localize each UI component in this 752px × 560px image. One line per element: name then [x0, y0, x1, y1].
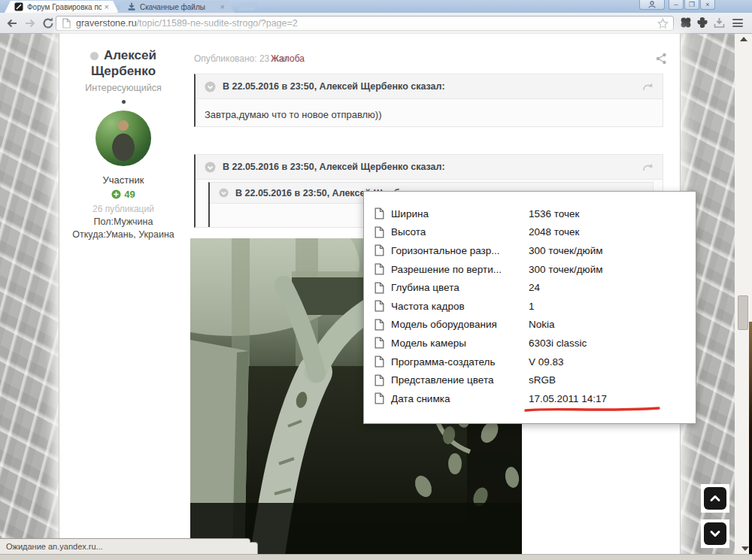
property-value: sRGB	[529, 374, 556, 386]
collapse-chevron-icon[interactable]	[205, 162, 216, 173]
bookmark-star-icon[interactable]	[657, 18, 669, 29]
chevron-down-icon	[708, 527, 722, 540]
browser-window: Форум Гравировка по кам × Скачанные файл…	[0, 0, 752, 560]
collapse-chevron-icon[interactable]	[205, 81, 216, 92]
property-doc-icon	[374, 356, 384, 368]
property-row: Ширина 1536 точек	[364, 204, 696, 223]
quote-attribution: В 22.05.2016 в 23:50, Алексей Щербенко с…	[223, 81, 445, 92]
property-row: Модель камеры 6303i classic	[364, 334, 696, 353]
property-doc-icon	[374, 263, 384, 275]
property-row: Горизонтальное разр... 300 точек/дюйм	[364, 241, 696, 260]
property-label: Представление цвета	[391, 374, 529, 386]
quote-header: В 22.05.2016 в 23:50, Алексей Щербенко с…	[196, 74, 663, 99]
download-tray-icon[interactable]	[713, 17, 726, 29]
tab-title: Форум Гравировка по кам	[27, 3, 102, 11]
property-doc-icon	[374, 374, 384, 386]
tab-close-icon[interactable]: ×	[220, 3, 225, 11]
property-label: Разрешение по верти...	[391, 264, 529, 275]
location: Откуда:Умань, Украина	[59, 229, 188, 240]
scrollbar-up-arrow[interactable]	[740, 37, 747, 41]
property-doc-icon	[374, 207, 384, 219]
status-dot-icon	[90, 52, 99, 60]
property-doc-icon	[374, 282, 384, 294]
red-underline	[523, 406, 662, 413]
property-row: Дата снимка 17.05.2011 14:17	[364, 389, 696, 408]
property-row: Программа-создатель V 09.83	[364, 353, 696, 371]
profile-avatar-button[interactable]	[639, 0, 665, 10]
gender: Пол:Мужчина	[59, 216, 188, 227]
property-doc-icon	[374, 392, 384, 404]
property-row: Разрешение по верти... 300 точек/дюйм	[364, 260, 696, 279]
close-button[interactable]: ×	[700, 0, 715, 10]
property-value: 24	[529, 282, 540, 293]
property-row: Глубина цвета 24	[364, 278, 696, 297]
collapse-chevron-icon[interactable]	[219, 188, 229, 198]
tab-strip: Форум Гравировка по кам × Скачанные файл…	[0, 0, 752, 13]
author-name[interactable]: АлексейЩербенко	[59, 47, 188, 79]
menu-icon[interactable]	[732, 19, 743, 27]
rank-pip-icon	[122, 100, 126, 104]
site-favicon	[14, 2, 23, 11]
forward-button[interactable]	[23, 17, 37, 30]
tab-downloads[interactable]: Скачанные файлы ×	[117, 1, 235, 13]
property-label: Модель камеры	[391, 338, 529, 349]
scroll-to-bottom-button[interactable]	[701, 519, 729, 548]
minimize-button[interactable]: –	[669, 0, 684, 10]
scroll-to-top-button[interactable]	[701, 484, 729, 513]
downloads-favicon	[127, 2, 136, 11]
extension-icon[interactable]	[680, 17, 692, 29]
avatar[interactable]	[96, 110, 151, 166]
extension-icon[interactable]	[696, 17, 708, 29]
property-doc-icon	[374, 226, 384, 238]
property-doc-icon	[374, 337, 384, 349]
goto-quote-arrow-icon[interactable]	[642, 82, 653, 91]
property-value: 6303i classic	[529, 338, 587, 349]
property-doc-icon	[374, 319, 384, 331]
property-row: Модель оборудования Nokia	[364, 316, 696, 334]
property-value: Nokia	[529, 319, 555, 330]
property-value: V 09.83	[529, 356, 564, 368]
close-icon: ×	[705, 2, 709, 8]
property-label: Частота кадров	[391, 301, 529, 312]
goto-quote-arrow-icon[interactable]	[642, 162, 653, 171]
member-group: Участник	[59, 174, 188, 186]
property-label: Глубина цвета	[391, 282, 529, 293]
property-row: Высота 2048 точек	[364, 223, 696, 242]
tab-forum[interactable]: Форум Гравировка по кам ×	[5, 1, 119, 13]
address-bar[interactable]: graverstone.ru/topic/11589-ne-sudite-str…	[56, 16, 674, 31]
property-value: 17.05.2011 14:17	[529, 393, 607, 404]
scrollbar-thumb[interactable]	[738, 295, 748, 330]
maximize-icon: ❐	[689, 2, 695, 8]
property-label: Программа-создатель	[391, 356, 529, 368]
status-bar: Ожидание an.yandex.ru...	[0, 538, 250, 554]
back-button[interactable]	[5, 17, 19, 30]
property-label: Ширина	[391, 208, 529, 219]
quote-header: В 22.05.2016 в 23:50, Алексей Щербенко с…	[196, 155, 663, 180]
page-icon	[62, 18, 71, 29]
report-link[interactable]: Жалоба	[271, 53, 305, 64]
person-icon	[647, 1, 657, 8]
tab-close-icon[interactable]: ×	[105, 3, 109, 11]
property-value: 1536 точек	[529, 208, 579, 219]
status-bar-nub	[250, 542, 258, 554]
property-value: 300 точек/дюйм	[529, 264, 603, 275]
maximize-button[interactable]: ❐	[684, 0, 699, 10]
property-label: Модель оборудования	[391, 319, 529, 330]
refresh-button[interactable]	[41, 17, 55, 30]
quote-block: В 22.05.2016 в 23:50, Алексей Щербенко с…	[194, 74, 663, 127]
window-bottom-edge	[0, 554, 752, 560]
share-icon[interactable]	[656, 53, 667, 65]
quote-text: Завтра,думаю что то новое отправлю))	[196, 99, 663, 127]
reputation[interactable]: 49	[59, 189, 188, 200]
property-label: Дата снимка	[391, 393, 529, 404]
chevron-up-icon	[708, 492, 722, 505]
property-label: Высота	[391, 226, 529, 238]
property-value: 1	[529, 301, 535, 312]
new-tab-button[interactable]	[238, 2, 259, 11]
property-doc-icon	[374, 244, 384, 256]
author-rank: Интересующийся	[59, 83, 188, 93]
property-label: Горизонтальное разр...	[391, 245, 529, 256]
scrollbar-down-arrow[interactable]	[741, 546, 749, 551]
property-row: Представление цвета sRGB	[364, 371, 696, 389]
tab-title: Скачанные файлы	[140, 3, 217, 11]
